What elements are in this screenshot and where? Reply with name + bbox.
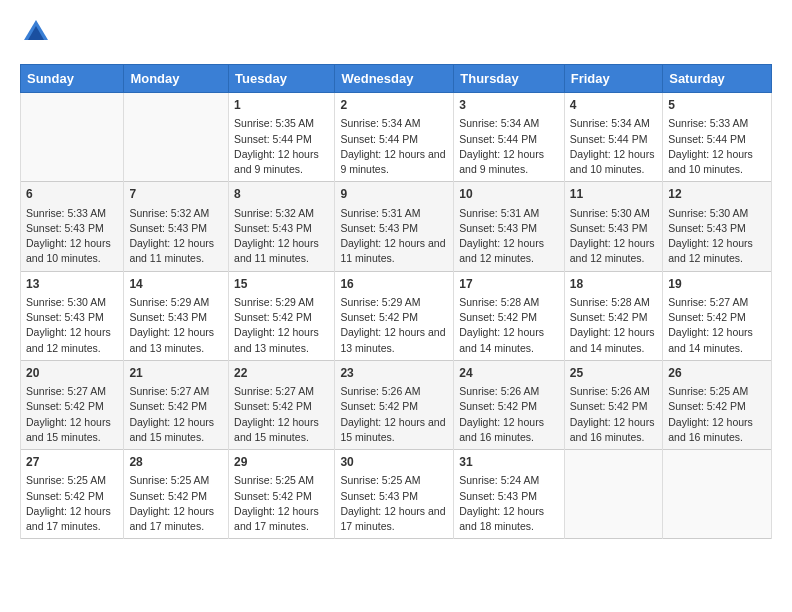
sunrise-text: Sunrise: 5:29 AM [129, 295, 223, 310]
day-number: 2 [340, 97, 448, 114]
day-number: 8 [234, 186, 329, 203]
calendar-cell: 25Sunrise: 5:26 AMSunset: 5:42 PMDayligh… [564, 360, 662, 449]
daylight-text: Daylight: 12 hours and 12 minutes. [459, 236, 559, 266]
daylight-text: Daylight: 12 hours and 10 minutes. [668, 147, 766, 177]
sunset-text: Sunset: 5:42 PM [570, 399, 657, 414]
calendar-header-row: SundayMondayTuesdayWednesdayThursdayFrid… [21, 65, 772, 93]
calendar-cell: 21Sunrise: 5:27 AMSunset: 5:42 PMDayligh… [124, 360, 229, 449]
week-row-1: 1Sunrise: 5:35 AMSunset: 5:44 PMDaylight… [21, 93, 772, 182]
day-number: 21 [129, 365, 223, 382]
sunrise-text: Sunrise: 5:27 AM [234, 384, 329, 399]
week-row-4: 20Sunrise: 5:27 AMSunset: 5:42 PMDayligh… [21, 360, 772, 449]
daylight-text: Daylight: 12 hours and 16 minutes. [570, 415, 657, 445]
sunset-text: Sunset: 5:43 PM [459, 221, 559, 236]
sunrise-text: Sunrise: 5:24 AM [459, 473, 559, 488]
day-number: 26 [668, 365, 766, 382]
sunset-text: Sunset: 5:42 PM [234, 489, 329, 504]
sunset-text: Sunset: 5:43 PM [340, 489, 448, 504]
sunset-text: Sunset: 5:43 PM [340, 221, 448, 236]
day-number: 6 [26, 186, 118, 203]
day-number: 31 [459, 454, 559, 471]
calendar-cell: 3Sunrise: 5:34 AMSunset: 5:44 PMDaylight… [454, 93, 565, 182]
calendar-cell: 1Sunrise: 5:35 AMSunset: 5:44 PMDaylight… [229, 93, 335, 182]
day-header-monday: Monday [124, 65, 229, 93]
sunset-text: Sunset: 5:44 PM [459, 132, 559, 147]
week-row-3: 13Sunrise: 5:30 AMSunset: 5:43 PMDayligh… [21, 271, 772, 360]
sunrise-text: Sunrise: 5:34 AM [340, 116, 448, 131]
sunrise-text: Sunrise: 5:33 AM [26, 206, 118, 221]
sunrise-text: Sunrise: 5:27 AM [668, 295, 766, 310]
sunset-text: Sunset: 5:43 PM [26, 310, 118, 325]
calendar-cell: 27Sunrise: 5:25 AMSunset: 5:42 PMDayligh… [21, 450, 124, 539]
sunset-text: Sunset: 5:42 PM [668, 399, 766, 414]
day-header-wednesday: Wednesday [335, 65, 454, 93]
sunset-text: Sunset: 5:43 PM [26, 221, 118, 236]
day-number: 29 [234, 454, 329, 471]
sunrise-text: Sunrise: 5:32 AM [234, 206, 329, 221]
day-header-friday: Friday [564, 65, 662, 93]
sunrise-text: Sunrise: 5:28 AM [570, 295, 657, 310]
sunrise-text: Sunrise: 5:33 AM [668, 116, 766, 131]
daylight-text: Daylight: 12 hours and 17 minutes. [340, 504, 448, 534]
sunset-text: Sunset: 5:43 PM [459, 489, 559, 504]
day-number: 24 [459, 365, 559, 382]
daylight-text: Daylight: 12 hours and 11 minutes. [129, 236, 223, 266]
sunrise-text: Sunrise: 5:31 AM [459, 206, 559, 221]
daylight-text: Daylight: 12 hours and 18 minutes. [459, 504, 559, 534]
day-header-sunday: Sunday [21, 65, 124, 93]
day-number: 23 [340, 365, 448, 382]
calendar-cell [124, 93, 229, 182]
calendar-cell [564, 450, 662, 539]
calendar-cell: 7Sunrise: 5:32 AMSunset: 5:43 PMDaylight… [124, 182, 229, 271]
sunset-text: Sunset: 5:44 PM [340, 132, 448, 147]
sunset-text: Sunset: 5:42 PM [234, 399, 329, 414]
calendar-cell: 20Sunrise: 5:27 AMSunset: 5:42 PMDayligh… [21, 360, 124, 449]
daylight-text: Daylight: 12 hours and 15 minutes. [234, 415, 329, 445]
sunrise-text: Sunrise: 5:31 AM [340, 206, 448, 221]
sunset-text: Sunset: 5:44 PM [570, 132, 657, 147]
day-number: 3 [459, 97, 559, 114]
sunrise-text: Sunrise: 5:35 AM [234, 116, 329, 131]
calendar-cell: 9Sunrise: 5:31 AMSunset: 5:43 PMDaylight… [335, 182, 454, 271]
day-number: 19 [668, 276, 766, 293]
week-row-2: 6Sunrise: 5:33 AMSunset: 5:43 PMDaylight… [21, 182, 772, 271]
day-header-saturday: Saturday [663, 65, 772, 93]
day-number: 20 [26, 365, 118, 382]
daylight-text: Daylight: 12 hours and 17 minutes. [129, 504, 223, 534]
daylight-text: Daylight: 12 hours and 9 minutes. [459, 147, 559, 177]
day-number: 18 [570, 276, 657, 293]
day-number: 25 [570, 365, 657, 382]
daylight-text: Daylight: 12 hours and 17 minutes. [26, 504, 118, 534]
calendar-cell: 16Sunrise: 5:29 AMSunset: 5:42 PMDayligh… [335, 271, 454, 360]
day-number: 15 [234, 276, 329, 293]
sunrise-text: Sunrise: 5:25 AM [668, 384, 766, 399]
calendar-cell [663, 450, 772, 539]
daylight-text: Daylight: 12 hours and 12 minutes. [668, 236, 766, 266]
calendar-cell: 6Sunrise: 5:33 AMSunset: 5:43 PMDaylight… [21, 182, 124, 271]
calendar-cell: 11Sunrise: 5:30 AMSunset: 5:43 PMDayligh… [564, 182, 662, 271]
calendar-table: SundayMondayTuesdayWednesdayThursdayFrid… [20, 64, 772, 539]
sunset-text: Sunset: 5:42 PM [129, 489, 223, 504]
daylight-text: Daylight: 12 hours and 15 minutes. [129, 415, 223, 445]
day-number: 9 [340, 186, 448, 203]
sunrise-text: Sunrise: 5:26 AM [459, 384, 559, 399]
calendar-cell: 4Sunrise: 5:34 AMSunset: 5:44 PMDaylight… [564, 93, 662, 182]
calendar-cell: 17Sunrise: 5:28 AMSunset: 5:42 PMDayligh… [454, 271, 565, 360]
sunrise-text: Sunrise: 5:25 AM [234, 473, 329, 488]
day-number: 30 [340, 454, 448, 471]
week-row-5: 27Sunrise: 5:25 AMSunset: 5:42 PMDayligh… [21, 450, 772, 539]
sunset-text: Sunset: 5:44 PM [234, 132, 329, 147]
sunrise-text: Sunrise: 5:30 AM [26, 295, 118, 310]
sunset-text: Sunset: 5:42 PM [234, 310, 329, 325]
sunrise-text: Sunrise: 5:27 AM [26, 384, 118, 399]
daylight-text: Daylight: 12 hours and 10 minutes. [570, 147, 657, 177]
daylight-text: Daylight: 12 hours and 17 minutes. [234, 504, 329, 534]
calendar-cell: 23Sunrise: 5:26 AMSunset: 5:42 PMDayligh… [335, 360, 454, 449]
sunrise-text: Sunrise: 5:29 AM [340, 295, 448, 310]
sunrise-text: Sunrise: 5:29 AM [234, 295, 329, 310]
daylight-text: Daylight: 12 hours and 12 minutes. [570, 236, 657, 266]
sunrise-text: Sunrise: 5:25 AM [129, 473, 223, 488]
day-number: 13 [26, 276, 118, 293]
daylight-text: Daylight: 12 hours and 9 minutes. [340, 147, 448, 177]
sunrise-text: Sunrise: 5:27 AM [129, 384, 223, 399]
